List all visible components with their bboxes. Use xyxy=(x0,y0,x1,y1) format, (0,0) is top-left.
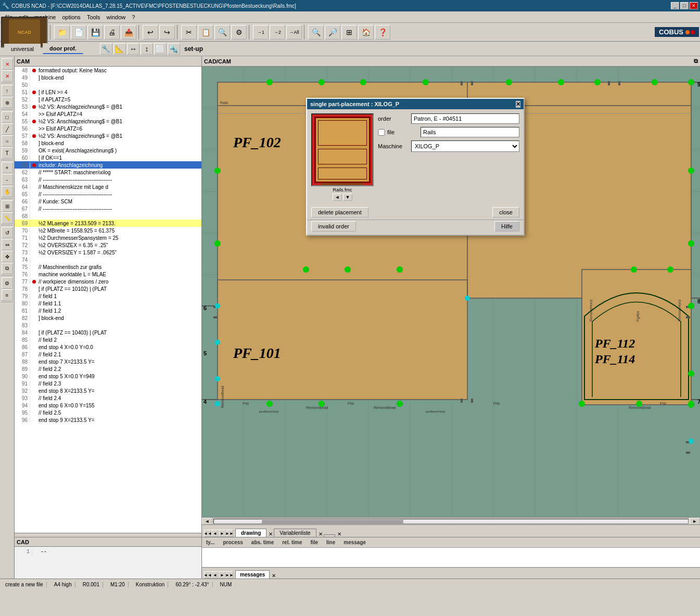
cam-line-68[interactable]: 68 xyxy=(15,212,201,220)
menu-help[interactable]: ? xyxy=(129,13,138,21)
cam-line-66[interactable]: 66 // Kunde: SCM xyxy=(15,198,201,205)
setup-icon-4[interactable]: ↕ xyxy=(141,43,153,55)
toolbar-undo[interactable]: ↩ xyxy=(143,25,158,40)
order-input[interactable] xyxy=(411,113,519,124)
cam-line-58[interactable]: 58 ] block-end xyxy=(15,139,201,147)
dtab-variablenliste[interactable]: Variablenliste xyxy=(274,529,316,537)
cam-line-50[interactable]: 50 xyxy=(15,81,201,88)
cam-line-48[interactable]: 48 formatted output: Keine Masc xyxy=(15,67,201,74)
file-checkbox[interactable] xyxy=(378,129,385,136)
cam-line-76[interactable]: 76 machine worktable L = MLAE xyxy=(15,271,201,278)
cadcam-maximize[interactable]: ⧉ xyxy=(694,58,698,65)
cam-line-71[interactable]: 71 ½2 DurchmesserSpansystem = 25 xyxy=(15,234,201,241)
vtb-move[interactable]: ✥ xyxy=(2,251,13,262)
vtb-close-x2[interactable]: ✕ xyxy=(2,70,13,82)
toolbar-btn-1[interactable]: 📁 xyxy=(54,25,70,40)
setup-icon-6[interactable]: 🔩 xyxy=(168,43,180,55)
dtab-drawing[interactable]: drawing xyxy=(235,529,266,537)
dialog-close-btn[interactable]: ✕ xyxy=(516,101,520,108)
dtab-first[interactable]: ◄◄ xyxy=(204,530,211,537)
cam-line-92[interactable]: 92 end stop 8 X=2133.5 Y= xyxy=(15,387,201,394)
cam-line-60[interactable]: 60 [ if OK==1 xyxy=(15,154,201,161)
cam-line-54[interactable]: 54 >> Elsif APLATZ=4 xyxy=(15,110,201,118)
cam-line-49[interactable]: 49 ] block-end xyxy=(15,74,201,81)
mtab-messages[interactable]: messages xyxy=(235,570,270,579)
toolbar-btn-3[interactable]: 💾 xyxy=(87,25,103,40)
cam-line-51[interactable]: 51 [ if LEN >= 4 xyxy=(15,88,201,96)
toolbar-help[interactable]: ❓ xyxy=(375,25,390,40)
vtb-layers[interactable]: ≡ xyxy=(2,289,13,301)
hilfe-btn[interactable]: Hilfe xyxy=(494,221,519,232)
cam-line-64[interactable]: 64 // Maschinenskizze mit Lage d xyxy=(15,183,201,190)
mtab-x1[interactable]: ✕ xyxy=(271,573,277,579)
dtab-x3[interactable]: ✕ xyxy=(336,531,342,537)
cam-line-72[interactable]: 72 ½2 OVERSIZEX = 6.35 = .25" xyxy=(15,241,201,249)
cam-line-89[interactable]: 89 // field 2.2 xyxy=(15,365,201,373)
dtab-prev[interactable]: ◄ xyxy=(211,530,219,537)
cam-line-79[interactable]: 79 // field 1 xyxy=(15,292,201,300)
vtb-zoom-out[interactable]: - xyxy=(2,174,13,185)
toolbar-redo[interactable]: ↪ xyxy=(159,25,175,40)
dtab-next[interactable]: ► xyxy=(219,530,226,537)
toolbar-zoom[interactable]: 🔍 xyxy=(308,25,324,40)
vtb-hand[interactable]: ✋ xyxy=(2,186,13,197)
setup-icon-1[interactable]: 🔧 xyxy=(100,43,112,55)
cam-line-95[interactable]: 95 // field 2.5 xyxy=(15,409,201,416)
toolbar-house[interactable]: 🏠 xyxy=(358,25,374,40)
cam-line-77[interactable]: 77 // workpiece dimensions / zero xyxy=(15,278,201,285)
cam-line-53[interactable]: 53 ½2 VS: Anschlagzeichnung$ = @B1 xyxy=(15,103,201,110)
delete-placement-btn[interactable]: delete placement xyxy=(311,207,368,217)
vtb-circle[interactable]: ○ xyxy=(2,135,13,147)
vtb-close-x[interactable]: ✕ xyxy=(2,58,13,70)
cam-line-91[interactable]: 91 // field 2.3 xyxy=(15,380,201,387)
h-scrollbar[interactable]: ◄ ► xyxy=(202,517,700,524)
cam-line-63[interactable]: 63 // ----------------------------------… xyxy=(15,176,201,183)
scroll-right-btn[interactable]: ► xyxy=(690,518,700,525)
cam-line-82[interactable]: 82 ] block-end xyxy=(15,314,201,322)
toolbar-zoom2[interactable]: 🔎 xyxy=(325,25,340,40)
invalid-order-btn[interactable]: invalid order xyxy=(311,221,356,232)
vtb-square[interactable]: □ xyxy=(2,111,13,123)
tab-universal[interactable]: universal xyxy=(4,44,41,54)
cam-line-93[interactable]: 93 // field 2.4 xyxy=(15,394,201,402)
toolbar-btn-8[interactable]: 🔍 xyxy=(214,25,230,40)
cam-line-56[interactable]: 56 >> Elsif APLATZ=6 xyxy=(15,125,201,132)
h-scrollbar-track[interactable] xyxy=(213,519,689,524)
cam-line-69[interactable]: 69 ½2 MLaenge = 2133.509 = 2133. xyxy=(15,220,201,227)
scroll-left-btn[interactable]: ◄ xyxy=(202,518,212,525)
msg-nav-prev[interactable]: ◄ xyxy=(211,571,219,579)
cam-line-65[interactable]: 65 // ----------------------------------… xyxy=(15,190,201,198)
machine-select[interactable]: XILOG_P xyxy=(411,140,519,152)
close-btn[interactable]: close xyxy=(492,207,519,217)
file-input[interactable] xyxy=(421,127,519,137)
cam-cad-divider[interactable] xyxy=(15,533,201,537)
vtb-copy[interactable]: ⧉ xyxy=(2,263,13,274)
cam-line-74[interactable]: 74 xyxy=(15,256,201,263)
cam-line-70[interactable]: 70 ½2 MBreite = 1558.925 = 61.375 xyxy=(15,227,201,234)
toolbar-btn-6[interactable]: ✂ xyxy=(181,25,197,40)
setup-icon-5[interactable]: ⬜ xyxy=(154,43,167,55)
nav-all[interactable]: →All xyxy=(286,25,302,40)
preview-next[interactable]: ▼ xyxy=(343,194,352,201)
cam-line-86[interactable]: 86 end stop 4 X=0.0 Y=0.0 xyxy=(15,343,201,351)
cam-line-52[interactable]: 52 [ if APLATZ=5 xyxy=(15,96,201,103)
toolbar-btn-7[interactable]: 📋 xyxy=(198,25,213,40)
toolbar-fit[interactable]: ⊞ xyxy=(341,25,357,40)
msg-nav-last[interactable]: ►► xyxy=(226,571,233,579)
vtb-rotate[interactable]: ↺ xyxy=(2,227,13,238)
cam-line-80[interactable]: 80 // field 1.1 xyxy=(15,300,201,307)
menu-window[interactable]: window xyxy=(104,13,129,21)
toolbar-btn-5[interactable]: 📤 xyxy=(121,25,136,40)
vtb-cursor[interactable]: ⊕ xyxy=(2,97,13,108)
vtb-settings[interactable]: ⚙ xyxy=(2,277,13,289)
setup-icon-2[interactable]: 📐 xyxy=(113,43,126,55)
menu-tools[interactable]: Tools xyxy=(84,13,104,21)
cam-line-57[interactable]: 57 ½2 VS: Anschlagzeichnung$ = @B1 xyxy=(15,132,201,139)
cam-line-75[interactable]: 75 // Maschinentisch zur grafis xyxy=(15,263,201,271)
cam-line-78[interactable]: 78 [ if (PLATZ == 10102) | (PLAT xyxy=(15,285,201,292)
cam-scroll[interactable]: 48 formatted output: Keine Masc49 ] bloc… xyxy=(15,67,201,533)
cam-line-84[interactable]: 84 [ if (PLATZ == 10403) | (PLAT xyxy=(15,329,201,336)
menu-options[interactable]: options xyxy=(59,13,83,21)
toolbar-btn-4[interactable]: 🖨 xyxy=(104,25,120,40)
cam-line-62[interactable]: 62// ***** START: maschinen\xilog xyxy=(15,169,201,176)
